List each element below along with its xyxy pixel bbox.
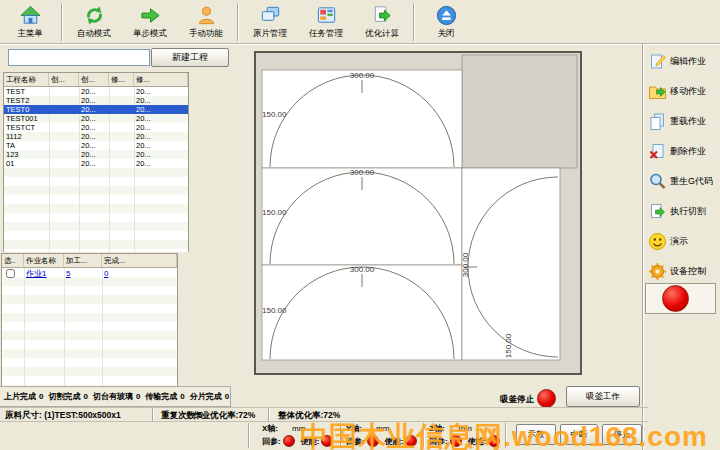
toolbar-separator [413, 3, 415, 41]
dim-label-width-4: 300.00 [461, 252, 470, 277]
job-select-checkbox[interactable] [6, 269, 15, 278]
x-axis-enable-label: 使能: [301, 436, 320, 447]
col-header-project-name[interactable]: 工程名称 [4, 73, 49, 86]
new-project-button[interactable]: 新建工程 [151, 48, 229, 67]
project-row[interactable]: TA20...20... [4, 141, 188, 150]
sidebar-item-edit-job-label: 编辑作业 [670, 55, 706, 68]
x-axis-label: X轴: [262, 423, 278, 434]
col-header-done[interactable]: 完成... [102, 254, 177, 267]
job-table-body: 作业1 5 0 [2, 268, 177, 386]
sidebar-item-delete-job-label: 删除作业 [670, 145, 706, 158]
project-table: 工程名称 创... 创... 修... 修... TEST20...20... … [3, 72, 189, 252]
execute-cut-icon [648, 202, 667, 221]
axes-divider [423, 423, 425, 448]
regen-gcode-icon [648, 172, 667, 191]
close-icon [435, 4, 458, 27]
project-row[interactable]: TEST00120...20... [4, 114, 188, 123]
dim-label-width-2: 300.00 [350, 168, 375, 177]
job-done-link[interactable]: 0 [104, 269, 108, 278]
dim-label-width-1: 300.00 [350, 71, 375, 80]
toolbar-manual-function-label: 手动功能 [189, 28, 223, 40]
dim-label-height-4: 150.00 [504, 333, 513, 358]
info-divider [152, 408, 154, 421]
suction-work-button[interactable]: 吸釜工作 [566, 386, 640, 407]
project-row[interactable]: 111220...20... [4, 132, 188, 141]
sidebar-divider [642, 44, 644, 450]
project-row[interactable]: 12320...20... [4, 150, 188, 159]
main-toolbar: 主菜单 自动模式 单步模式 手动功能 原片管理 任务管理 优化计算 [0, 0, 720, 44]
project-row[interactable]: TEST20...20... [4, 87, 188, 96]
col-header-modified-1[interactable]: 修... [109, 73, 134, 86]
y-axis-enable-led [405, 435, 417, 447]
toolbar-sheet-manager-label: 原片管理 [253, 28, 287, 40]
toolbar-manual-function[interactable]: 手动功能 [178, 1, 234, 43]
stop-button[interactable]: 停止 [602, 424, 642, 445]
toolbar-main-menu-label: 主菜单 [17, 28, 43, 40]
right-sidebar: 编辑作业 移动作业 重载作业 删除作业 重生G代码 执行切割 演示 设备控制 [648, 46, 720, 286]
project-row[interactable]: 0120...20... [4, 159, 188, 168]
dim-label-width-3: 300.00 [350, 265, 375, 274]
x-axis-unit: mm [292, 424, 305, 433]
cutting-layout-canvas[interactable]: 300.00 300.00 300.00 150.00 150.00 150.0… [253, 50, 583, 376]
toolbar-auto-mode-label: 自动模式 [77, 28, 111, 40]
demo-icon [648, 232, 667, 251]
sidebar-item-edit-job[interactable]: 编辑作业 [648, 46, 720, 76]
project-row[interactable]: TESTCT20...20... [4, 123, 188, 132]
col-header-modified-2[interactable]: 修... [134, 73, 188, 86]
toolbar-task-manager[interactable]: 任务管理 [298, 1, 354, 43]
sidebar-item-demo-label: 演示 [670, 235, 688, 248]
axes-divider [505, 423, 507, 448]
counter-load-done: 上片完成0 [4, 391, 43, 402]
y-axis-label: Y轴: [346, 423, 362, 434]
project-row-selected[interactable]: TEST020...20... [4, 105, 188, 114]
app-window: 主菜单 自动模式 单步模式 手动功能 原片管理 任务管理 优化计算 [0, 0, 720, 450]
sidebar-item-delete-job[interactable]: 删除作业 [648, 136, 720, 166]
z-axis-unit: mm [459, 424, 472, 433]
toolbar-close[interactable]: 关闭 [418, 1, 474, 43]
job-row[interactable]: 作业1 5 0 [2, 268, 177, 279]
sidebar-item-regen-gcode[interactable]: 重生G代码 [648, 166, 720, 196]
toolbar-optimize[interactable]: 优化计算 [354, 1, 410, 43]
col-header-select[interactable]: 选.. [2, 254, 24, 267]
teach-button[interactable]: 示教 [516, 424, 556, 445]
toolbar-optimize-label: 优化计算 [365, 28, 399, 40]
edit-job-icon [648, 52, 667, 71]
col-header-created-1[interactable]: 创... [49, 73, 79, 86]
sheet-manager-icon [259, 4, 282, 27]
col-header-job-name[interactable]: 作业名称 [24, 254, 64, 267]
toolbar-step-mode[interactable]: 单步模式 [122, 1, 178, 43]
project-row[interactable]: TEST220...20... [4, 96, 188, 105]
delete-job-icon [648, 142, 667, 161]
cut-piece-4[interactable] [462, 168, 560, 360]
column-divider [24, 268, 25, 386]
toolbar-main-menu[interactable]: 主菜单 [2, 1, 58, 43]
col-header-process[interactable]: 加工... [64, 254, 102, 267]
toolbar-separator [237, 3, 239, 41]
y-axis-status: Y轴:mm 回参:使能: [346, 423, 423, 447]
z-axis-status: Z轴:mm 回参:使能: [429, 423, 506, 447]
sidebar-item-execute-cut[interactable]: 执行切割 [648, 196, 720, 226]
x-axis-ref-led [283, 435, 295, 447]
machine-status-led [662, 285, 689, 312]
machine-status-panel [645, 283, 716, 314]
job-process-link[interactable]: 5 [66, 269, 70, 278]
y-axis-unit: mm [376, 424, 389, 433]
x-axis-enable-led [321, 435, 333, 447]
sidebar-item-regen-gcode-label: 重生G代码 [670, 175, 713, 188]
z-axis-ref-label: 回参: [429, 436, 448, 447]
sidebar-item-device-control[interactable]: 设备控制 [648, 256, 720, 286]
job-table: 选.. 作业名称 加工... 完成... 作业1 5 0 [1, 253, 178, 386]
z-axis-enable-led [488, 435, 500, 447]
home-icon [19, 4, 42, 27]
toolbar-auto-mode[interactable]: 自动模式 [66, 1, 122, 43]
sidebar-item-reload-job[interactable]: 重载作业 [648, 106, 720, 136]
project-name-input[interactable] [8, 49, 150, 66]
col-header-created-2[interactable]: 创... [79, 73, 109, 86]
y-axis-ref-led [367, 435, 379, 447]
job-name-link[interactable]: 作业1 [26, 269, 46, 278]
interrupt-button[interactable]: 中断 [560, 424, 598, 445]
toolbar-sheet-manager[interactable]: 原片管理 [242, 1, 298, 43]
task-manager-icon [315, 4, 338, 27]
sidebar-item-demo[interactable]: 演示 [648, 226, 720, 256]
sidebar-item-move-job[interactable]: 移动作业 [648, 76, 720, 106]
